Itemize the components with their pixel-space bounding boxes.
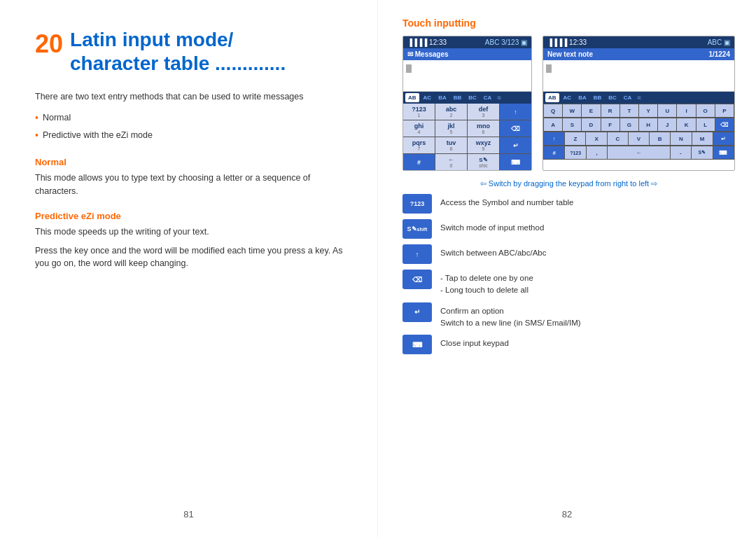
tab-ca[interactable]: CA (481, 93, 495, 102)
bullet-normal: • Normal (35, 109, 346, 127)
tab2-ab[interactable]: AB (545, 93, 559, 102)
legend-icon-123: ?123 (402, 194, 432, 214)
predictive-text2: Press the key once and the word will be … (35, 244, 346, 271)
phone2-page: 1/1224 (708, 50, 730, 58)
tab2-bc[interactable]: BC (606, 93, 620, 102)
key-o[interactable]: O (696, 104, 715, 117)
key-i[interactable]: I (677, 104, 695, 117)
key-space[interactable]: ←0 (435, 154, 467, 170)
phone1-header: ▐▐▐▐ 12:33 ABC 3/123 ▣ (403, 36, 531, 48)
legend-section: ?123 Access the Symbol and number table … (402, 194, 735, 354)
bullet-predictive: • Predictive with the eZi mode (35, 127, 346, 144)
key-del-q[interactable]: ⌫ (715, 118, 734, 131)
legend-icon-del: ⌫ (402, 270, 432, 289)
phone1-signal: ▐▐▐▐ 12:33 (407, 39, 447, 46)
key-delete[interactable]: ⌫ (500, 120, 531, 137)
key-hash[interactable]: # (403, 154, 435, 170)
key-space-q[interactable]: ← (608, 146, 669, 159)
phone1-content (403, 60, 531, 92)
key-abc[interactable]: abc2 (435, 104, 467, 120)
key-b[interactable]: B (650, 132, 670, 145)
key-keyboard-q[interactable]: ⌨ (713, 146, 734, 159)
legend-text-6: Close input keypad (440, 335, 509, 349)
qwerty-row2: A S D F G H J K L ⌫ (543, 118, 734, 132)
key-l[interactable]: L (696, 118, 715, 131)
legend-text-4: - Tap to delete one by one- Long touch t… (440, 270, 533, 297)
tab-ac[interactable]: AC (421, 93, 435, 102)
key-p[interactable]: P (715, 104, 734, 117)
tab-ba[interactable]: BA (435, 93, 449, 102)
bullet-dot-1: • (35, 109, 38, 127)
key-j[interactable]: J (658, 118, 676, 131)
legend-icon-enter: ↵ (402, 302, 432, 322)
tab-ab[interactable]: AB (405, 93, 419, 102)
tab-wave[interactable]: ≈ (497, 94, 501, 102)
qwerty-keyboard: Q W E R T Y U I O P A S D F G H (543, 104, 734, 160)
key-h[interactable]: H (639, 118, 657, 131)
phone2-subheader: New text note 1/1224 (543, 48, 734, 60)
key-r[interactable]: R (601, 104, 620, 117)
keypad-tabs2: AB AC BA BB BC CA ≈ (543, 92, 734, 104)
key-comma-q[interactable]: , (587, 146, 607, 159)
tab2-ca[interactable]: CA (621, 93, 635, 102)
phone2-header: ▐▐▐▐ 12:33 ABC ▣ (543, 36, 734, 48)
key-u[interactable]: U (658, 104, 676, 117)
key-ghi[interactable]: ghi4 (403, 120, 435, 137)
key-x[interactable]: X (586, 132, 606, 145)
key-y[interactable]: Y (639, 104, 657, 117)
phone1-mode: ABC 3/123 ▣ (485, 39, 527, 46)
legend-text-1: Access the Symbol and number table (440, 194, 574, 209)
key-dash-q[interactable]: - (671, 146, 691, 159)
tab-bb[interactable]: BB (451, 93, 465, 102)
key-e[interactable]: E (582, 104, 600, 117)
tab2-ac[interactable]: AC (561, 93, 575, 102)
key-enter[interactable]: ↵ (500, 137, 531, 153)
key-enter-q[interactable]: ↵ (713, 132, 734, 145)
key-shift-q[interactable]: ↑ (544, 132, 564, 145)
key-n[interactable]: N (671, 132, 691, 145)
key-123[interactable]: ?1231 (403, 104, 435, 120)
legend-row-4: ⌫ - Tap to delete one by one- Long touch… (402, 270, 735, 297)
key-s[interactable]: S (563, 118, 581, 131)
page-number-left: 81 (183, 509, 193, 519)
phone1: ▐▐▐▐ 12:33 ABC 3/123 ▣ ✉ Messages AB AC … (402, 36, 532, 171)
key-shift2-q[interactable]: S✎ (692, 146, 712, 159)
keypad-grid1: ?1231 abc2 def3 ↑ ghi4 jkl5 mno6 ⌫ pqrs7… (403, 104, 531, 170)
key-t[interactable]: T (620, 104, 638, 117)
legend-row-5: ↵ Confirm an optionSwitch to a new line … (402, 302, 735, 330)
key-d[interactable]: D (582, 118, 600, 131)
key-jkl[interactable]: jkl5 (435, 120, 467, 137)
tab2-ba[interactable]: BA (575, 93, 589, 102)
key-hash-q[interactable]: # (544, 146, 564, 159)
key-123-q[interactable]: ?123 (565, 146, 585, 159)
key-m[interactable]: M (692, 132, 713, 145)
tab2-bb[interactable]: BB (591, 93, 605, 102)
key-c[interactable]: C (608, 132, 628, 145)
key-q[interactable]: Q (544, 104, 562, 117)
key-f[interactable]: F (601, 118, 620, 131)
phone2-signal: ▐▐▐▐ 12:33 (547, 39, 587, 46)
title-block: 20 Latin input mode/character table ....… (35, 28, 346, 75)
key-g[interactable]: G (620, 118, 638, 131)
predictive-text1: This mode speeds up the writing of your … (35, 225, 346, 239)
cursor2 (546, 64, 552, 73)
normal-text: This mode allows you to type text by cho… (35, 172, 346, 198)
key-wxyz[interactable]: wxyz9 (468, 137, 499, 153)
key-up[interactable]: ↑ (500, 104, 531, 120)
key-mno[interactable]: mno6 (468, 120, 499, 137)
key-v[interactable]: V (629, 132, 649, 145)
tab-bc[interactable]: BC (465, 93, 479, 102)
legend-row-1: ?123 Access the Symbol and number table (402, 194, 735, 214)
legend-text-5: Confirm an optionSwitch to a new line (i… (440, 302, 581, 330)
right-page: Touch inputting ▐▐▐▐ 12:33 ABC 3/123 ▣ ✉… (378, 0, 756, 537)
key-z[interactable]: Z (565, 132, 585, 145)
key-def[interactable]: def3 (468, 104, 499, 120)
tab2-wave[interactable]: ≈ (637, 94, 641, 102)
key-pqrs[interactable]: pqrs7 (403, 137, 435, 153)
key-k[interactable]: K (677, 118, 695, 131)
key-w[interactable]: W (563, 104, 581, 117)
key-tuv[interactable]: tuv8 (435, 137, 467, 153)
key-a[interactable]: A (544, 118, 562, 131)
key-keyboard[interactable]: ⌨ (500, 154, 531, 170)
key-shift[interactable]: S✎shlc (468, 154, 499, 170)
